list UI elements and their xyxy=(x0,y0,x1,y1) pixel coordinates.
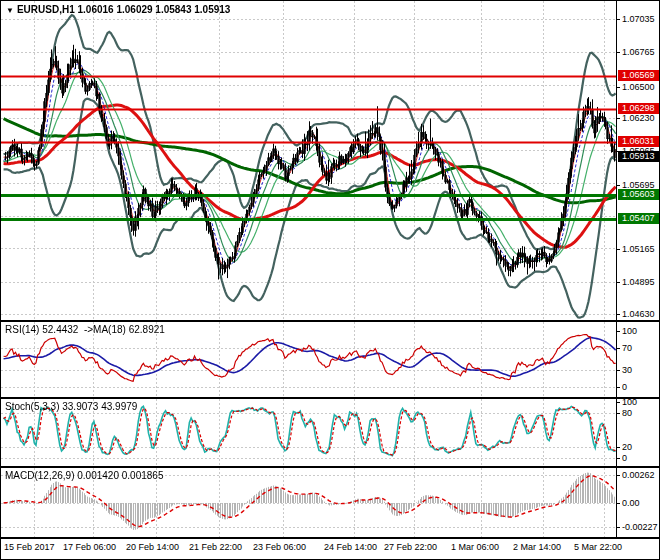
level-price-badge: 1.06569 xyxy=(618,70,660,81)
stoch-level-label: 20 xyxy=(617,442,632,453)
stochastic-axis: 10080200 xyxy=(616,399,660,466)
rsi-panel: RSI(14) 52.4432 ->MA(18) 62.8921 1007030… xyxy=(1,322,660,399)
time-label: 15 Feb 2017 xyxy=(4,542,55,552)
current-price-badge: 1.05913 xyxy=(618,151,660,162)
rsi-level-label: 0 xyxy=(617,382,627,393)
rsi-level-label: 30 xyxy=(617,365,632,376)
rsi-label: RSI(14) 52.4432 ->MA(18) 62.8921 xyxy=(5,324,165,335)
rsi-level-label: 70 xyxy=(617,343,632,354)
price-label: 1.06765 xyxy=(617,47,655,58)
level-price-badge: 1.05407 xyxy=(618,213,660,224)
macd-axis: 0.002620.00-0.00227 xyxy=(616,468,660,537)
time-label: 24 Feb 14:00 xyxy=(324,542,377,552)
stoch-level-label: 100 xyxy=(617,397,637,408)
price-label: 1.06230 xyxy=(617,113,655,124)
time-label: 20 Feb 14:00 xyxy=(126,542,179,552)
stoch-level-label: 80 xyxy=(617,408,632,419)
price-label: 1.04895 xyxy=(617,277,655,288)
dropdown-arrow-icon: ▼ xyxy=(6,6,14,15)
time-label: 21 Feb 22:00 xyxy=(189,542,242,552)
time-label: 17 Feb 06:00 xyxy=(63,542,116,552)
time-label: 5 Mar 22:00 xyxy=(574,542,622,552)
price-label: 1.06500 xyxy=(617,82,655,93)
level-price-badge: 1.05603 xyxy=(618,189,660,200)
time-label: 23 Feb 06:00 xyxy=(253,542,306,552)
macd-level-label: 0.00262 xyxy=(617,470,655,481)
price-label: 1.07035 xyxy=(617,14,655,25)
mt4-chart-window: ▼EURUSD,H1 1.06016 1.06029 1.05843 1.059… xyxy=(0,0,660,560)
macd-panel: MACD(12,26,9) 0.001420 0.001865 0.002620… xyxy=(1,468,660,539)
rsi-level-label: 100 xyxy=(617,326,637,337)
rsi-axis: 10070300 xyxy=(616,322,660,397)
price-label: 1.04630 xyxy=(617,309,655,320)
level-price-badge: 1.06031 xyxy=(618,136,660,147)
macd-label: MACD(12,26,9) 0.001420 0.001865 xyxy=(5,470,163,481)
macd-level-label: -0.00227 xyxy=(617,522,658,533)
chart-title-text: EURUSD,H1 1.06016 1.06029 1.05843 1.0591… xyxy=(17,4,231,15)
macd-level-label: 0.00 xyxy=(617,498,640,509)
price-label: 1.05165 xyxy=(617,244,655,255)
main-chart-panel: ▼EURUSD,H1 1.06016 1.06029 1.05843 1.059… xyxy=(1,1,660,322)
level-price-badge: 1.06298 xyxy=(618,103,660,114)
stochastic-label: Stoch(5,3,3) 33.9073 43.9979 xyxy=(5,401,137,412)
time-label: 2 Mar 14:00 xyxy=(513,542,561,552)
stochastic-panel: Stoch(5,3,3) 33.9073 43.9979 10080200 xyxy=(1,399,660,468)
main-chart-canvas[interactable] xyxy=(1,1,616,320)
time-label: 27 Feb 22:00 xyxy=(384,542,437,552)
time-label: 1 Mar 06:00 xyxy=(451,542,499,552)
main-price-axis: 1.070351.067651.065001.062301.059651.056… xyxy=(616,1,660,320)
chart-title: ▼EURUSD,H1 1.06016 1.06029 1.05843 1.059… xyxy=(6,4,230,15)
stoch-level-label: 0 xyxy=(617,453,627,464)
time-axis: 15 Feb 201717 Feb 06:0020 Feb 14:0021 Fe… xyxy=(1,539,660,560)
